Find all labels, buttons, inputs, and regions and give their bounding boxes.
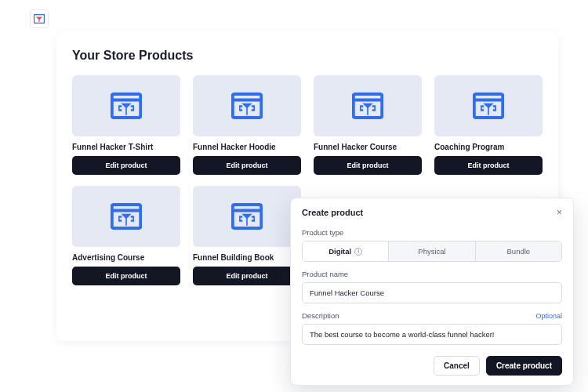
product-thumb: [193, 186, 301, 247]
product-thumb: [314, 75, 422, 136]
product-card: Funnel Hacker Hoodie Edit product: [193, 75, 301, 175]
product-type-segmented: Digital i Physical Bundle: [302, 241, 562, 262]
edit-product-button[interactable]: Edit product: [434, 156, 543, 175]
info-icon[interactable]: i: [354, 248, 362, 256]
description-label-row: Description Optional: [302, 311, 562, 320]
optional-label: Optional: [535, 312, 562, 320]
description-input[interactable]: [302, 324, 562, 345]
create-product-button[interactable]: Create product: [486, 356, 562, 376]
product-card: Funnel Building Book Edit product: [193, 186, 301, 285]
product-thumb: [72, 75, 180, 136]
type-digital-label: Digital: [328, 247, 351, 256]
funnel-icon: [231, 93, 263, 119]
product-title: Coaching Program: [434, 143, 543, 151]
product-thumb: [434, 75, 543, 136]
funnel-icon: [111, 203, 142, 230]
product-title: Funnel Hacker Hoodie: [193, 143, 301, 151]
funnel-logo-icon: [34, 14, 45, 24]
edit-product-button[interactable]: Edit product: [72, 267, 180, 285]
product-title: Funnel Hacker Course: [314, 143, 422, 151]
close-icon[interactable]: ×: [557, 208, 562, 217]
create-product-modal: Create product × Product type Digital i …: [290, 198, 574, 386]
modal-header: Create product ×: [302, 208, 562, 217]
product-title: Funnel Building Book: [193, 253, 301, 262]
product-title: Advertising Course: [72, 253, 180, 262]
product-type-label: Product type: [302, 228, 562, 237]
funnel-icon: [231, 203, 263, 230]
product-type-label-text: Product type: [302, 228, 343, 237]
brand-logo-chip: [30, 9, 49, 28]
modal-footer: Cancel Create product: [302, 356, 562, 376]
type-option-digital[interactable]: Digital i: [303, 241, 389, 261]
type-option-bundle[interactable]: Bundle: [476, 241, 561, 261]
product-name-input[interactable]: [302, 282, 562, 303]
edit-product-button[interactable]: Edit product: [72, 156, 180, 175]
product-thumb: [193, 75, 301, 136]
funnel-icon: [111, 93, 142, 119]
page-title: Your Store Products: [72, 49, 543, 63]
edit-product-button[interactable]: Edit product: [193, 156, 301, 175]
modal-title: Create product: [302, 208, 363, 217]
product-thumb: [72, 186, 180, 247]
edit-product-button[interactable]: Edit product: [193, 267, 301, 285]
product-card: Funnel Hacker T-Shirt Edit product: [72, 75, 180, 175]
description-label: Description: [302, 311, 339, 320]
product-card: Advertising Course Edit product: [72, 186, 180, 285]
product-name-label-text: Product name: [302, 270, 348, 278]
product-card: Funnel Hacker Course Edit product: [314, 75, 422, 175]
product-card: Coaching Program Edit product: [434, 75, 543, 175]
type-option-physical[interactable]: Physical: [389, 241, 475, 261]
funnel-icon: [473, 93, 504, 119]
funnel-icon: [352, 93, 383, 119]
product-title: Funnel Hacker T-Shirt: [72, 143, 180, 151]
type-bundle-label: Bundle: [507, 247, 531, 256]
product-name-label: Product name: [302, 270, 562, 278]
edit-product-button[interactable]: Edit product: [314, 156, 422, 175]
type-physical-label: Physical: [418, 247, 445, 256]
cancel-button[interactable]: Cancel: [434, 356, 480, 376]
